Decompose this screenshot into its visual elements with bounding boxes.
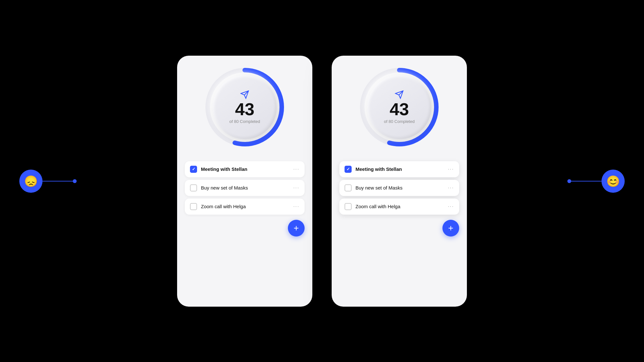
right-progress-subtitle: of 80 Completed	[384, 119, 414, 124]
right-progress-ring: 43 of 80 Completed	[357, 65, 441, 149]
right-ring-inner: 43 of 80 Completed	[367, 75, 431, 139]
right-task-label-2: Buy new set of Masks	[355, 185, 444, 190]
left-progress-ring: 43 of 80 Completed	[203, 65, 287, 149]
left-ring-inner: 43 of 80 Completed	[213, 75, 277, 139]
right-add-button[interactable]: +	[442, 220, 459, 237]
left-emoji-indicator: 😞	[19, 170, 75, 193]
right-checkbox-1[interactable]	[345, 166, 352, 173]
right-task-list: Meeting with Stellan ··· Buy new set of …	[339, 161, 459, 215]
left-task-item-1[interactable]: Meeting with Stellan ···	[185, 161, 305, 177]
sad-face-icon: 😞	[19, 170, 43, 193]
left-task-dots-3[interactable]: ···	[293, 204, 299, 209]
right-checkbox-3[interactable]	[345, 203, 352, 210]
left-progress-subtitle: of 80 Completed	[229, 119, 260, 124]
cards-container: 43 of 80 Completed Meeting with Stellan …	[177, 56, 467, 307]
right-connector-line	[569, 181, 601, 181]
left-checkbox-2[interactable]	[190, 184, 197, 191]
scene: 😞 43 of 80 Completed	[0, 0, 644, 362]
right-task-dots-3[interactable]: ···	[448, 204, 454, 209]
right-send-icon	[395, 90, 404, 99]
left-checkbox-3[interactable]	[190, 203, 197, 210]
right-add-btn-row: +	[339, 220, 459, 237]
right-completed-count: 43	[390, 100, 409, 118]
right-checkbox-2[interactable]	[345, 184, 352, 191]
right-task-dots-2[interactable]: ···	[448, 185, 454, 191]
right-task-dots-1[interactable]: ···	[448, 166, 454, 172]
left-phone-card: 43 of 80 Completed Meeting with Stellan …	[177, 56, 312, 307]
left-task-label-2: Buy new set of Masks	[201, 185, 289, 190]
right-task-label-1: Meeting with Stellan	[355, 166, 444, 172]
right-emoji-indicator: 😊	[569, 170, 625, 193]
left-task-label-1: Meeting with Stellan	[201, 166, 289, 172]
left-checkbox-1[interactable]	[190, 166, 197, 173]
left-task-label-3: Zoom call with Helga	[201, 204, 289, 209]
left-task-item-2[interactable]: Buy new set of Masks ···	[185, 180, 305, 196]
right-phone-card: 43 of 80 Completed Meeting with Stellan …	[332, 56, 467, 307]
left-send-icon	[240, 90, 249, 99]
right-task-label-3: Zoom call with Helga	[355, 204, 444, 209]
left-connector-line	[43, 181, 75, 181]
left-task-dots-2[interactable]: ···	[293, 185, 299, 191]
right-task-item-2[interactable]: Buy new set of Masks ···	[339, 180, 459, 196]
left-add-button[interactable]: +	[288, 220, 305, 237]
left-task-dots-1[interactable]: ···	[293, 166, 299, 172]
right-task-item-3[interactable]: Zoom call with Helga ···	[339, 199, 459, 215]
left-task-item-3[interactable]: Zoom call with Helga ···	[185, 199, 305, 215]
right-task-item-1[interactable]: Meeting with Stellan ···	[339, 161, 459, 177]
happy-face-icon: 😊	[601, 170, 625, 193]
left-task-list: Meeting with Stellan ··· Buy new set of …	[185, 161, 305, 215]
left-completed-count: 43	[235, 100, 254, 118]
left-add-btn-row: +	[185, 220, 305, 237]
